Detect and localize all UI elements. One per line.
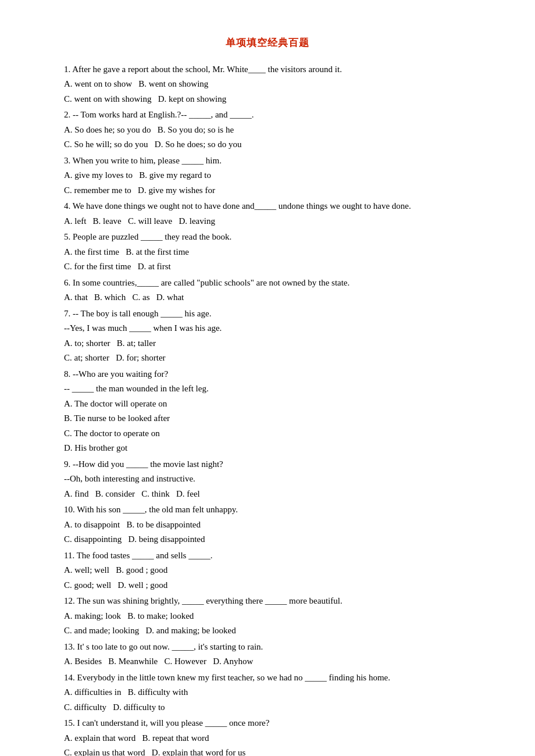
question-1: 1. After he gave a report about the scho… — [47, 62, 488, 107]
q8-opt2: B. Tie nurse to be looked after — [47, 411, 488, 426]
question-8: 8. --Who are you waiting for? -- _____ t… — [47, 367, 488, 456]
q13-text: 13. It' s too late to go out now. _____,… — [47, 640, 488, 655]
q10-opt1: A. to disappoint B. to be disappointed — [47, 518, 488, 533]
q8-text: 8. --Who are you waiting for? — [47, 367, 488, 382]
q2-opt1: A. So does he; so you do B. So you do; s… — [47, 123, 488, 138]
q10-opt2: C. disappointing D. being disappointed — [47, 532, 488, 547]
q7-text: 7. -- The boy is tall enough _____ his a… — [47, 306, 488, 322]
q4-text: 4. We have done things we ought not to h… — [47, 199, 488, 214]
question-14: 14. Everybody in the little town knew my… — [47, 671, 488, 715]
question-6: 6. In some countries,_____ are called "p… — [47, 276, 488, 305]
q8-opt1: A. The doctor will operate on — [47, 397, 488, 412]
q1-text: 1. After he gave a report about the scho… — [47, 62, 488, 77]
q3-opt2: C. remember me to D. give my wishes for — [47, 183, 488, 198]
question-5: 5. People are puzzled _____ they read th… — [47, 230, 488, 274]
q1-opt2: C. went on with showing D. kept on showi… — [47, 92, 488, 107]
q8-subtext: -- _____ the man wounded in the left leg… — [47, 381, 488, 397]
q5-opt2: C. for the first time D. at first — [47, 259, 488, 274]
q12-opt1: A. making; look B. to make; looked — [47, 609, 488, 624]
q8-opt3: C. The doctor to operate on — [47, 426, 488, 441]
q14-opt1: A. difficulties in B. difficulty with — [47, 685, 488, 700]
question-13: 13. It' s too late to go out now. _____,… — [47, 640, 488, 669]
q11-opt2: C. good; well D. well ; good — [47, 578, 488, 593]
q15-opt2: C. explain us that word D. explain that … — [47, 746, 488, 756]
q6-opt1: A. that B. which C. as D. what — [47, 290, 488, 305]
q9-opt1: A. find B. consider C. think D. feel — [47, 487, 488, 502]
q11-text: 11. The food tastes _____ and sells ____… — [47, 548, 488, 564]
q15-opt1: A. explain that word B. repeat that word — [47, 731, 488, 746]
q11-opt1: A. well; well B. good ; good — [47, 563, 488, 578]
q10-text: 10. With his son _____, the old man felt… — [47, 502, 488, 518]
q5-text: 5. People are puzzled _____ they read th… — [47, 230, 488, 245]
question-12: 12. The sun was shining brightly, _____ … — [47, 594, 488, 639]
q1-opt1: A. went on to show B. went on showing — [47, 77, 488, 92]
q4-opt1: A. left B. leave C. will leave D. leavin… — [47, 214, 488, 229]
q14-text: 14. Everybody in the little town knew my… — [47, 671, 488, 686]
q2-opt2: C. So he will; so do you D. So he does; … — [47, 137, 488, 152]
q6-text: 6. In some countries,_____ are called "p… — [47, 276, 488, 291]
q7-opt2: C. at; shorter D. for; shorter — [47, 351, 488, 366]
question-9: 9. --How did you _____ the movie last ni… — [47, 457, 488, 502]
q8-opt4: D. His brother got — [47, 441, 488, 456]
q3-opt1: A. give my loves to B. give my regard to — [47, 168, 488, 183]
q5-opt1: A. the first time B. at the first time — [47, 245, 488, 260]
content-area: 1. After he gave a report about the scho… — [47, 62, 488, 756]
q13-opt1: A. Besides B. Meanwhile C. However D. An… — [47, 654, 488, 669]
question-2: 2. -- Tom works hard at English.?-- ____… — [47, 108, 488, 152]
q9-subtext: --Oh, both interesting and instructive. — [47, 472, 488, 487]
q12-text: 12. The sun was shining brightly, _____ … — [47, 594, 488, 609]
question-10: 10. With his son _____, the old man felt… — [47, 502, 488, 547]
question-11: 11. The food tastes _____ and sells ____… — [47, 548, 488, 593]
q7-subtext: --Yes, I was much _____ when I was his a… — [47, 321, 488, 336]
q14-opt2: C. difficulty D. difficulty to — [47, 700, 488, 715]
question-7: 7. -- The boy is tall enough _____ his a… — [47, 306, 488, 366]
q2-text: 2. -- Tom works hard at English.?-- ____… — [47, 108, 488, 123]
question-4: 4. We have done things we ought not to h… — [47, 199, 488, 229]
question-3: 3. When you write to him, please _____ h… — [47, 154, 488, 198]
q15-text: 15. I can't understand it, will you plea… — [47, 716, 488, 731]
page-title: 单项填空经典百题 — [47, 35, 488, 52]
q9-text: 9. --How did you _____ the movie last ni… — [47, 457, 488, 472]
q7-opt1: A. to; shorter B. at; taller — [47, 336, 488, 351]
q12-opt2: C. and made; looking D. and making; be l… — [47, 623, 488, 639]
q3-text: 3. When you write to him, please _____ h… — [47, 154, 488, 169]
question-15: 15. I can't understand it, will you plea… — [47, 716, 488, 756]
